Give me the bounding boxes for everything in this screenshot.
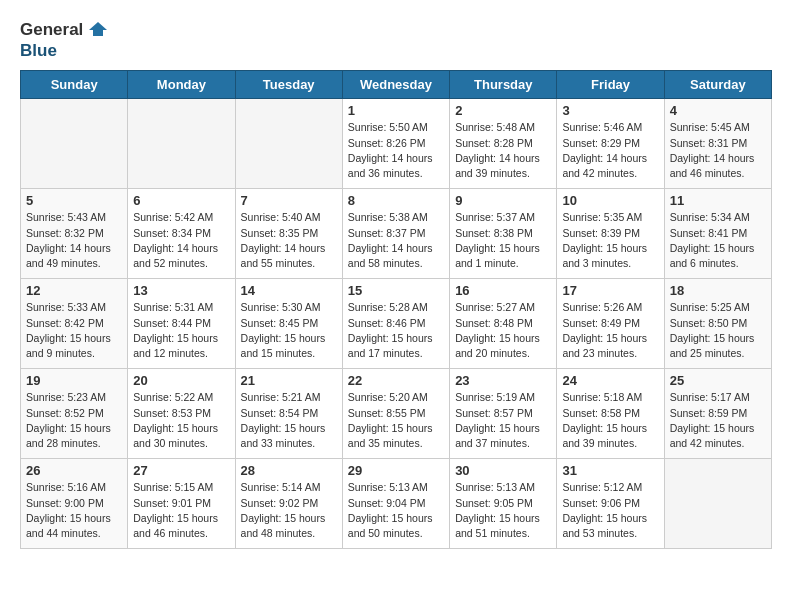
calendar-cell: 25Sunrise: 5:17 AM Sunset: 8:59 PM Dayli… (664, 369, 771, 459)
cell-info: Sunrise: 5:28 AM Sunset: 8:46 PM Dayligh… (348, 300, 444, 361)
calendar-cell: 15Sunrise: 5:28 AM Sunset: 8:46 PM Dayli… (342, 279, 449, 369)
calendar-cell: 18Sunrise: 5:25 AM Sunset: 8:50 PM Dayli… (664, 279, 771, 369)
day-number: 18 (670, 283, 766, 298)
logo-general-text: General (20, 21, 83, 40)
day-number: 11 (670, 193, 766, 208)
day-number: 25 (670, 373, 766, 388)
day-number: 24 (562, 373, 658, 388)
cell-info: Sunrise: 5:15 AM Sunset: 9:01 PM Dayligh… (133, 480, 229, 541)
weekday-header-wednesday: Wednesday (342, 71, 449, 99)
calendar-cell: 3Sunrise: 5:46 AM Sunset: 8:29 PM Daylig… (557, 99, 664, 189)
calendar-cell: 2Sunrise: 5:48 AM Sunset: 8:28 PM Daylig… (450, 99, 557, 189)
cell-info: Sunrise: 5:19 AM Sunset: 8:57 PM Dayligh… (455, 390, 551, 451)
weekday-header-monday: Monday (128, 71, 235, 99)
cell-info: Sunrise: 5:17 AM Sunset: 8:59 PM Dayligh… (670, 390, 766, 451)
calendar-cell: 1Sunrise: 5:50 AM Sunset: 8:26 PM Daylig… (342, 99, 449, 189)
calendar-cell: 4Sunrise: 5:45 AM Sunset: 8:31 PM Daylig… (664, 99, 771, 189)
day-number: 16 (455, 283, 551, 298)
day-number: 1 (348, 103, 444, 118)
calendar-cell: 10Sunrise: 5:35 AM Sunset: 8:39 PM Dayli… (557, 189, 664, 279)
calendar-cell: 19Sunrise: 5:23 AM Sunset: 8:52 PM Dayli… (21, 369, 128, 459)
day-number: 8 (348, 193, 444, 208)
calendar-cell: 6Sunrise: 5:42 AM Sunset: 8:34 PM Daylig… (128, 189, 235, 279)
cell-info: Sunrise: 5:27 AM Sunset: 8:48 PM Dayligh… (455, 300, 551, 361)
week-row-5: 26Sunrise: 5:16 AM Sunset: 9:00 PM Dayli… (21, 459, 772, 549)
day-number: 7 (241, 193, 337, 208)
day-number: 19 (26, 373, 122, 388)
week-row-1: 1Sunrise: 5:50 AM Sunset: 8:26 PM Daylig… (21, 99, 772, 189)
calendar-cell (235, 99, 342, 189)
logo: General Blue (20, 20, 109, 60)
calendar-cell: 8Sunrise: 5:38 AM Sunset: 8:37 PM Daylig… (342, 189, 449, 279)
calendar-cell: 9Sunrise: 5:37 AM Sunset: 8:38 PM Daylig… (450, 189, 557, 279)
cell-info: Sunrise: 5:23 AM Sunset: 8:52 PM Dayligh… (26, 390, 122, 451)
calendar-cell: 31Sunrise: 5:12 AM Sunset: 9:06 PM Dayli… (557, 459, 664, 549)
week-row-4: 19Sunrise: 5:23 AM Sunset: 8:52 PM Dayli… (21, 369, 772, 459)
day-number: 20 (133, 373, 229, 388)
calendar-table: SundayMondayTuesdayWednesdayThursdayFrid… (20, 70, 772, 549)
cell-info: Sunrise: 5:21 AM Sunset: 8:54 PM Dayligh… (241, 390, 337, 451)
day-number: 21 (241, 373, 337, 388)
calendar-cell: 14Sunrise: 5:30 AM Sunset: 8:45 PM Dayli… (235, 279, 342, 369)
logo-blue-text: Blue (20, 42, 109, 61)
calendar-cell: 24Sunrise: 5:18 AM Sunset: 8:58 PM Dayli… (557, 369, 664, 459)
calendar-cell: 22Sunrise: 5:20 AM Sunset: 8:55 PM Dayli… (342, 369, 449, 459)
day-number: 3 (562, 103, 658, 118)
cell-info: Sunrise: 5:38 AM Sunset: 8:37 PM Dayligh… (348, 210, 444, 271)
calendar-cell: 20Sunrise: 5:22 AM Sunset: 8:53 PM Dayli… (128, 369, 235, 459)
calendar-cell (128, 99, 235, 189)
weekday-header-saturday: Saturday (664, 71, 771, 99)
day-number: 29 (348, 463, 444, 478)
cell-info: Sunrise: 5:40 AM Sunset: 8:35 PM Dayligh… (241, 210, 337, 271)
cell-info: Sunrise: 5:26 AM Sunset: 8:49 PM Dayligh… (562, 300, 658, 361)
cell-info: Sunrise: 5:33 AM Sunset: 8:42 PM Dayligh… (26, 300, 122, 361)
day-number: 23 (455, 373, 551, 388)
logo-wrap: General Blue (20, 20, 109, 60)
day-number: 27 (133, 463, 229, 478)
day-number: 17 (562, 283, 658, 298)
calendar-cell: 30Sunrise: 5:13 AM Sunset: 9:05 PM Dayli… (450, 459, 557, 549)
calendar-cell: 7Sunrise: 5:40 AM Sunset: 8:35 PM Daylig… (235, 189, 342, 279)
calendar-cell: 13Sunrise: 5:31 AM Sunset: 8:44 PM Dayli… (128, 279, 235, 369)
day-number: 14 (241, 283, 337, 298)
calendar-cell: 29Sunrise: 5:13 AM Sunset: 9:04 PM Dayli… (342, 459, 449, 549)
calendar-cell: 11Sunrise: 5:34 AM Sunset: 8:41 PM Dayli… (664, 189, 771, 279)
cell-info: Sunrise: 5:13 AM Sunset: 9:04 PM Dayligh… (348, 480, 444, 541)
cell-info: Sunrise: 5:46 AM Sunset: 8:29 PM Dayligh… (562, 120, 658, 181)
day-number: 30 (455, 463, 551, 478)
day-number: 9 (455, 193, 551, 208)
calendar-cell: 17Sunrise: 5:26 AM Sunset: 8:49 PM Dayli… (557, 279, 664, 369)
day-number: 26 (26, 463, 122, 478)
calendar-cell (664, 459, 771, 549)
cell-info: Sunrise: 5:12 AM Sunset: 9:06 PM Dayligh… (562, 480, 658, 541)
cell-info: Sunrise: 5:45 AM Sunset: 8:31 PM Dayligh… (670, 120, 766, 181)
cell-info: Sunrise: 5:14 AM Sunset: 9:02 PM Dayligh… (241, 480, 337, 541)
svg-marker-0 (89, 22, 107, 36)
calendar-cell: 12Sunrise: 5:33 AM Sunset: 8:42 PM Dayli… (21, 279, 128, 369)
cell-info: Sunrise: 5:31 AM Sunset: 8:44 PM Dayligh… (133, 300, 229, 361)
day-number: 10 (562, 193, 658, 208)
cell-info: Sunrise: 5:18 AM Sunset: 8:58 PM Dayligh… (562, 390, 658, 451)
weekday-header-row: SundayMondayTuesdayWednesdayThursdayFrid… (21, 71, 772, 99)
cell-info: Sunrise: 5:25 AM Sunset: 8:50 PM Dayligh… (670, 300, 766, 361)
page-header: General Blue (20, 20, 772, 60)
day-number: 4 (670, 103, 766, 118)
calendar-cell: 5Sunrise: 5:43 AM Sunset: 8:32 PM Daylig… (21, 189, 128, 279)
calendar-cell: 26Sunrise: 5:16 AM Sunset: 9:00 PM Dayli… (21, 459, 128, 549)
weekday-header-friday: Friday (557, 71, 664, 99)
cell-info: Sunrise: 5:22 AM Sunset: 8:53 PM Dayligh… (133, 390, 229, 451)
cell-info: Sunrise: 5:43 AM Sunset: 8:32 PM Dayligh… (26, 210, 122, 271)
day-number: 12 (26, 283, 122, 298)
weekday-header-thursday: Thursday (450, 71, 557, 99)
day-number: 15 (348, 283, 444, 298)
calendar-cell (21, 99, 128, 189)
day-number: 28 (241, 463, 337, 478)
week-row-3: 12Sunrise: 5:33 AM Sunset: 8:42 PM Dayli… (21, 279, 772, 369)
cell-info: Sunrise: 5:13 AM Sunset: 9:05 PM Dayligh… (455, 480, 551, 541)
logo-bird-icon (87, 20, 109, 42)
week-row-2: 5Sunrise: 5:43 AM Sunset: 8:32 PM Daylig… (21, 189, 772, 279)
day-number: 6 (133, 193, 229, 208)
day-number: 5 (26, 193, 122, 208)
cell-info: Sunrise: 5:16 AM Sunset: 9:00 PM Dayligh… (26, 480, 122, 541)
day-number: 22 (348, 373, 444, 388)
